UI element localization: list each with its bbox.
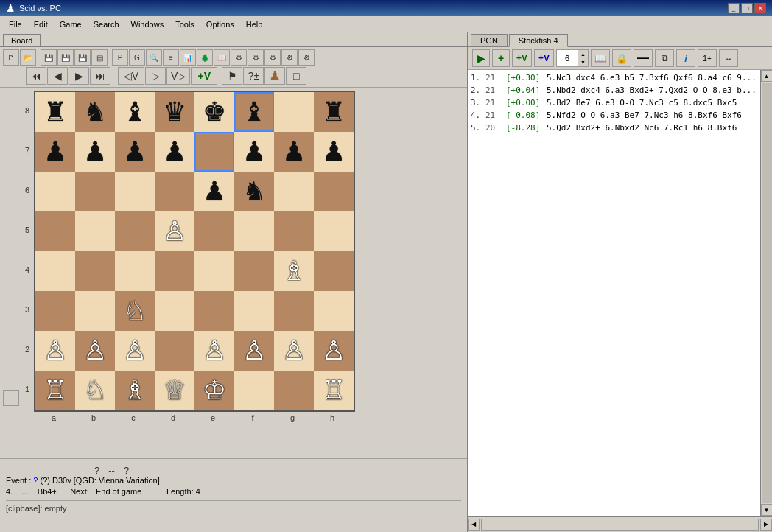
scroll-down-btn[interactable]: ▼ — [761, 504, 773, 516]
menu-game[interactable]: Game — [54, 18, 88, 30]
square-g2[interactable]: ♙ — [274, 331, 314, 371]
square-g4[interactable]: ♗ — [274, 251, 314, 291]
square-f7[interactable]: ♟ — [234, 132, 274, 172]
engine-lock-btn[interactable]: 🔒 — [612, 49, 631, 67]
square-e1[interactable]: ♔ — [194, 371, 234, 410]
square-g6[interactable] — [274, 172, 314, 211]
maximize-button[interactable]: □ — [741, 3, 753, 13]
square-e2[interactable]: ♙ — [194, 331, 234, 371]
square-g7[interactable]: ♟ — [274, 132, 314, 172]
engine-minus-btn[interactable]: — — [634, 49, 653, 67]
square-g5[interactable] — [274, 211, 314, 251]
tb-save2[interactable]: 💾 — [57, 49, 74, 66]
square-a1[interactable]: ♖ — [35, 371, 75, 410]
tb-extra2[interactable]: ⚙ — [248, 49, 264, 66]
menu-tools[interactable]: Tools — [169, 18, 200, 30]
scroll-up-btn[interactable]: ▲ — [761, 70, 773, 82]
engine-play-btn[interactable]: ▶ — [472, 49, 490, 67]
engine-extra-btn[interactable]: 1+ — [698, 49, 717, 67]
square-h1[interactable]: ♖ — [314, 371, 354, 410]
tb-tree[interactable]: 🌲 — [197, 49, 213, 66]
tb-extra3[interactable]: ⚙ — [264, 49, 281, 66]
tb-pgn2[interactable]: G — [129, 49, 145, 66]
square-d1[interactable]: ♕ — [155, 371, 194, 410]
depth-up-btn[interactable]: ▲ — [578, 50, 588, 58]
analysis-line-1[interactable]: 1.21[+0.30]5.Nc3 dxc4 6.e3 b5 7.Bxf6 Qxf… — [471, 71, 757, 84]
analysis-line-4[interactable]: 4.21[-0.08]5.Nfd2 O-O 6.a3 Be7 7.Nc3 h6 … — [471, 109, 757, 122]
square-a5[interactable] — [35, 211, 75, 251]
engine-info-btn[interactable]: i — [676, 49, 695, 67]
square-e4[interactable] — [194, 251, 234, 291]
square-g8[interactable] — [274, 92, 314, 132]
nav-next[interactable]: ▶ — [69, 67, 89, 85]
nav-start[interactable]: ⏮ — [26, 67, 46, 85]
square-b8[interactable]: ♞ — [75, 92, 115, 132]
tab-pgn[interactable]: PGN — [471, 34, 508, 46]
square-g3[interactable] — [274, 291, 314, 331]
depth-input[interactable] — [557, 50, 578, 66]
square-f8[interactable]: ♝ — [234, 92, 274, 132]
square-c7[interactable]: ♟ — [115, 132, 155, 172]
menu-search[interactable]: Search — [88, 18, 125, 30]
tab-stockfish[interactable]: Stockfish 4 — [509, 34, 568, 47]
square-h7[interactable]: ♟ — [314, 132, 354, 172]
square-a4[interactable] — [35, 251, 75, 291]
square-h8[interactable]: ♜ — [314, 92, 354, 132]
analysis-line-2[interactable]: 2.21[+0.04]5.Nbd2 dxc4 6.a3 Bxd2+ 7.Qxd2… — [471, 84, 757, 97]
square-d6[interactable] — [155, 172, 194, 211]
square-b3[interactable] — [75, 291, 115, 331]
minimize-button[interactable]: _ — [728, 3, 740, 13]
square-c5[interactable] — [115, 211, 155, 251]
engine-arrows-btn[interactable]: ↔ — [719, 49, 738, 67]
tb-save4[interactable]: ▤ — [91, 49, 108, 66]
nav-prev-var[interactable]: ◁V — [118, 67, 144, 85]
square-b4[interactable] — [75, 251, 115, 291]
square-d4[interactable] — [155, 251, 194, 291]
square-c8[interactable]: ♝ — [115, 92, 155, 132]
square-b2[interactable]: ♙ — [75, 331, 115, 371]
square-b7[interactable]: ♟ — [75, 132, 115, 172]
square-f3[interactable] — [234, 291, 274, 331]
tb-extra5[interactable]: ⚙ — [298, 49, 315, 66]
hscroll-left-btn[interactable]: ◀ — [468, 519, 480, 531]
square-h2[interactable]: ♙ — [314, 331, 354, 371]
square-e3[interactable] — [194, 291, 234, 331]
nav-flag[interactable]: ⚑ — [222, 67, 242, 85]
nav-next-var2[interactable]: V▷ — [166, 67, 190, 85]
tb-new[interactable]: 🗋 — [3, 49, 19, 66]
square-d3[interactable] — [155, 291, 194, 331]
square-a7[interactable]: ♟ — [35, 132, 75, 172]
close-button[interactable]: ✕ — [754, 3, 766, 13]
square-h5[interactable] — [314, 211, 354, 251]
nav-end[interactable]: ⏭ — [90, 67, 110, 85]
tb-extra4[interactable]: ⚙ — [281, 49, 298, 66]
nav-next-var[interactable]: ▷ — [145, 67, 166, 85]
tb-book[interactable]: 📖 — [214, 49, 230, 66]
square-a3[interactable] — [35, 291, 75, 331]
square-a8[interactable]: ♜ — [35, 92, 75, 132]
square-f5[interactable] — [234, 211, 274, 251]
square-h3[interactable] — [314, 291, 354, 331]
square-c6[interactable] — [115, 172, 155, 211]
depth-down-btn[interactable]: ▼ — [578, 58, 588, 66]
menu-edit[interactable]: Edit — [28, 18, 54, 30]
square-a2[interactable]: ♙ — [35, 331, 75, 371]
square-b6[interactable] — [75, 172, 115, 211]
menu-windows[interactable]: Windows — [125, 18, 170, 30]
engine-plus-btn[interactable]: + — [492, 49, 510, 67]
square-d5[interactable]: ♙ — [155, 211, 194, 251]
tb-stats[interactable]: 📊 — [180, 49, 196, 66]
analysis-line-3[interactable]: 3.21[+0.00]5.Bd2 Be7 6.e3 O-O 7.Nc3 c5 8… — [471, 97, 757, 109]
square-f1[interactable] — [234, 371, 274, 410]
square-c1[interactable]: ♗ — [115, 371, 155, 410]
engine-copy-btn[interactable]: ⧉ — [655, 49, 674, 67]
tab-board[interactable]: Board — [3, 34, 41, 46]
square-h4[interactable] — [314, 251, 354, 291]
engine-plusv2-btn[interactable]: +V — [534, 49, 554, 67]
square-d7[interactable]: ♟ — [155, 132, 194, 172]
square-b1[interactable]: ♘ — [75, 371, 115, 410]
square-b5[interactable] — [75, 211, 115, 251]
menu-help[interactable]: Help — [240, 18, 269, 30]
square-f4[interactable] — [234, 251, 274, 291]
engine-book-btn[interactable]: 📖 — [591, 49, 610, 67]
